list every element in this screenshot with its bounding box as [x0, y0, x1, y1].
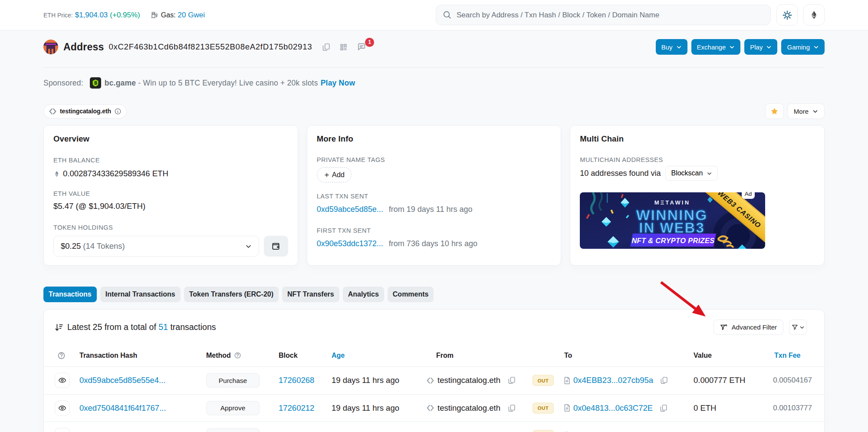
more-label: More: [794, 108, 809, 115]
chevron-down-icon: [729, 44, 735, 50]
block-link[interactable]: 17260268: [279, 376, 314, 385]
total-count-link[interactable]: 51: [158, 322, 168, 332]
col-txn-fee-link[interactable]: Txn Fee: [774, 352, 800, 359]
copy-address-icon[interactable]: [322, 43, 330, 51]
section-tabs: Transactions Internal Transactions Token…: [43, 287, 434, 302]
first-txn-row: 0x90e53ddc1372... from 736 days 10 hrs a…: [317, 239, 552, 248]
method-badge[interactable]: Purchase: [206, 373, 260, 388]
ad-label: Ad: [742, 190, 755, 199]
star-icon: [770, 107, 779, 115]
gas-value[interactable]: 20 Gwei: [178, 11, 205, 20]
metawin-ad-banner[interactable]: WEB3 CASINO MΞTAWIN WINNING WINNING IN W…: [580, 192, 765, 249]
network-selector-button[interactable]: [803, 4, 825, 26]
play-button[interactable]: Play: [744, 39, 777, 55]
row-help-icon[interactable]: [57, 351, 66, 359]
col-block: Block: [279, 352, 298, 359]
tab-token-transfers[interactable]: Token Transfers (ERC-20): [184, 287, 279, 302]
eth-price-value[interactable]: $1,904.03: [75, 11, 108, 20]
to-address-link[interactable]: 0x4EBB23...027cb95a: [573, 376, 653, 385]
buy-button[interactable]: Buy: [656, 39, 687, 55]
advanced-filter-button[interactable]: Advanced Filter: [713, 320, 783, 335]
topbar-right: [436, 4, 825, 26]
gas-pump-icon: [151, 11, 158, 19]
method-help-icon: [234, 352, 241, 359]
search-input[interactable]: [457, 11, 764, 20]
sponsor-name[interactable]: bc.game: [105, 79, 136, 88]
wallet-button[interactable]: [264, 236, 288, 257]
last-txn-row: 0xd59abce5d85e... from 19 days 11 hrs ag…: [317, 205, 552, 214]
holdings-count: (14 Tokens): [83, 241, 125, 251]
tab-nft-transfers[interactable]: NFT Transfers: [282, 287, 339, 302]
tab-analytics[interactable]: Analytics: [343, 287, 384, 302]
exchange-button[interactable]: Exchange: [691, 39, 741, 55]
txn-hash-link[interactable]: 0xed7504841f64f1767...: [79, 403, 166, 413]
tab-internal-transactions[interactable]: Internal Transactions: [100, 287, 181, 302]
plus-icon: [324, 172, 330, 178]
favorite-star-button[interactable]: [765, 103, 784, 119]
chevron-down-icon: [707, 171, 712, 176]
col-transaction-hash: Transaction Hash: [79, 352, 137, 359]
buy-label: Buy: [661, 43, 673, 51]
col-age-link[interactable]: Age: [332, 352, 345, 359]
blockscan-dropdown[interactable]: Blockscan: [665, 166, 718, 181]
sort-descending-icon[interactable]: [54, 323, 64, 332]
block-link[interactable]: 17260212: [279, 403, 314, 413]
holdings-value: $0.25: [61, 241, 81, 251]
address-identicon-avatar: [43, 40, 58, 54]
transactions-table: Transaction Hash Method Block Age From T…: [44, 344, 824, 432]
copy-from-icon[interactable]: [508, 376, 516, 384]
copy-from-icon[interactable]: [508, 404, 516, 412]
fee-cell: 0.00504167: [773, 376, 812, 385]
transactions-toolbar: Latest 25 from a total of 51 transaction…: [54, 320, 814, 335]
info-icon[interactable]: [114, 108, 122, 115]
token-holdings-label: TOKEN HOLDINGS: [53, 224, 288, 231]
chevron-down-icon: [676, 44, 682, 50]
transaction-row: OUT: [44, 422, 824, 432]
eth-price-change: (+0.95%): [110, 11, 140, 20]
ens-brackets-icon: [426, 404, 434, 412]
ens-name-label: testingcatalog.eth: [60, 108, 111, 115]
transactions-summary: Latest 25 from a total of 51 transaction…: [54, 322, 216, 332]
preview-eye-button[interactable]: [55, 400, 70, 416]
from-cell: testingcatalog.eth: [426, 376, 516, 385]
direction-out-badge: OUT: [533, 430, 554, 432]
copy-to-icon[interactable]: [660, 376, 668, 384]
ens-name-chip[interactable]: testingcatalog.eth: [43, 104, 127, 119]
qr-code-icon[interactable]: [339, 43, 348, 51]
play-label: Play: [750, 43, 763, 51]
addresses-found-text: 10 addresses found via: [580, 169, 661, 178]
bcgame-logo: [90, 77, 101, 89]
to-address-link[interactable]: 0x0e4813...0c63C72E: [573, 403, 653, 413]
eth-price-label: ETH Price:: [43, 12, 73, 19]
copy-to-icon[interactable]: [660, 404, 667, 412]
method-badge[interactable]: [206, 429, 260, 432]
theme-toggle-button[interactable]: [776, 4, 798, 26]
sponsored-banner: Sponsored: bc.game - Win up to 5 BTC Eve…: [43, 77, 355, 89]
metawin-brand-text: MΞTAWIN: [654, 199, 690, 206]
last-txn-time: from 19 days 11 hrs ago: [389, 205, 473, 214]
play-now-link[interactable]: Play Now: [321, 79, 355, 88]
transaction-row: 0xed7504841f64f1767... Approve 17260212 …: [44, 395, 824, 422]
preview-eye-button[interactable]: [55, 373, 70, 388]
add-name-tag-button[interactable]: Add: [317, 167, 352, 182]
eth-balance-label: ETH BALANCE: [53, 157, 288, 164]
from-name[interactable]: testingcatalog.eth: [437, 376, 500, 385]
filter-dropdown-button[interactable]: [789, 320, 807, 335]
gaming-button[interactable]: Gaming: [781, 39, 825, 55]
preview-eye-button[interactable]: [55, 428, 70, 432]
last-txn-hash-link[interactable]: 0xd59abce5d85e...: [317, 205, 383, 214]
from-name[interactable]: testingcatalog.eth: [437, 403, 500, 413]
more-dropdown-button[interactable]: More: [787, 103, 825, 119]
token-holdings-dropdown[interactable]: $0.25 (14 Tokens): [53, 236, 259, 257]
comments-icon[interactable]: 1: [357, 43, 366, 52]
tab-transactions[interactable]: Transactions: [43, 287, 97, 302]
tab-comments[interactable]: Comments: [388, 287, 434, 302]
fee-cell: 0.00103777: [773, 404, 812, 412]
chevron-down-icon: [799, 325, 805, 330]
svg-text:NFT & CRYPTO PRIZES: NFT & CRYPTO PRIZES: [632, 237, 715, 244]
token-holdings-row: $0.25 (14 Tokens): [53, 236, 288, 257]
txn-hash-link[interactable]: 0xd59abce5d85e55e4...: [79, 376, 166, 385]
method-badge[interactable]: Approve: [206, 401, 260, 415]
first-txn-hash-link[interactable]: 0x90e53ddc1372...: [317, 239, 383, 248]
col-to: To: [564, 352, 572, 359]
